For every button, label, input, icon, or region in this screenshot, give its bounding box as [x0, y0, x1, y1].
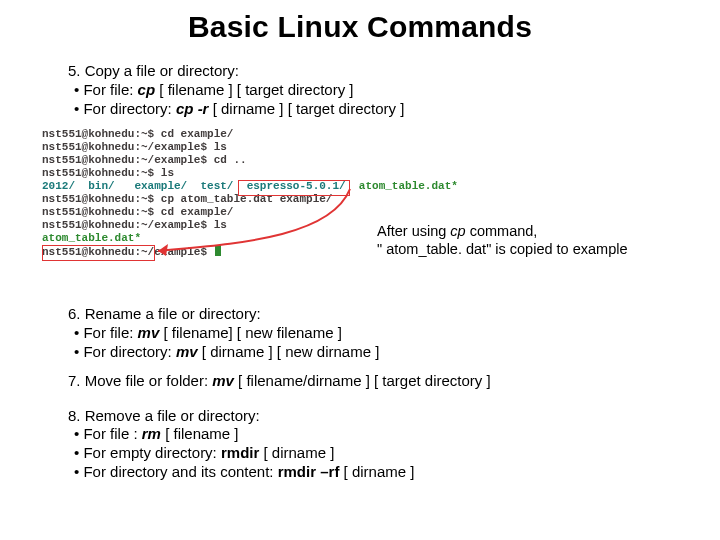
page-title: Basic Linux Commands — [50, 10, 670, 44]
term-file-highlight: atom_table.dat* — [359, 180, 458, 192]
term-line: nst551@kohnedu:~/example$ ls — [42, 141, 227, 153]
sec6-head: 6. Rename a file or directory: — [68, 305, 670, 324]
cmd-cp: cp — [138, 81, 156, 98]
sec6-bullet-2: For directory: mv [ dirname ] [ new dirn… — [74, 343, 670, 362]
term-line: nst551@kohnedu:~$ ls — [42, 167, 174, 179]
text: [ dirname ] — [259, 444, 334, 461]
text: [ dirname ] [ target directory ] — [208, 100, 404, 117]
sec8-head: 8. Remove a file or directory: — [68, 407, 670, 426]
term-line: nst551@kohnedu:~/example$ ls — [42, 219, 227, 231]
section-8: 8. Remove a file or directory: For file … — [68, 407, 670, 482]
text: For file : — [83, 425, 141, 442]
annot-cmd: cp — [450, 223, 465, 239]
term-line: nst551@kohnedu:~$ cd example/ — [42, 206, 233, 218]
cmd-cp-r: cp -r — [176, 100, 209, 117]
text: [ dirname ] — [339, 463, 414, 480]
sec6-bullet-1: For file: mv [ filename] [ new filename … — [74, 324, 670, 343]
text: 7. Move file or folder: — [68, 372, 212, 389]
text: For directory: — [83, 343, 176, 360]
annotation: After using cp command, " atom_table. da… — [377, 223, 628, 258]
sec8-bullet-1: For file : rm [ filename ] — [74, 425, 670, 444]
term-file-result: atom_table.dat* — [42, 232, 141, 244]
text: [ filename/dirname ] [ target directory … — [234, 372, 491, 389]
cmd-mv: mv — [212, 372, 234, 389]
text: For empty directory: — [83, 444, 221, 461]
cursor-icon — [215, 245, 221, 256]
annot-text: " atom_table. dat" is copied to example — [377, 241, 628, 257]
text: [ filename ] [ target directory ] — [155, 81, 353, 98]
term-line: nst551@kohnedu:~$ cd example/ — [42, 128, 233, 140]
section-6: 6. Rename a file or directory: For file:… — [68, 305, 670, 361]
highlight-box-source — [238, 180, 350, 196]
sec8-bullet-3: For directory and its content: rmdir –rf… — [74, 463, 670, 482]
text: For directory and its content: — [83, 463, 277, 480]
text: [ filename] [ new filename ] — [159, 324, 342, 341]
cmd-rmdir: rmdir — [221, 444, 259, 461]
sec5-head: 5. Copy a file or directory: — [68, 62, 670, 81]
text: For directory: — [83, 100, 176, 117]
terminal-screenshot: nst551@kohnedu:~$ cd example/ nst551@koh… — [42, 128, 670, 293]
lower-sections: 6. Rename a file or directory: For file:… — [68, 305, 670, 481]
sec5-bullet-2: For directory: cp -r [ dirname ] [ targe… — [74, 100, 670, 119]
cmd-mv: mv — [176, 343, 198, 360]
text: [ filename ] — [161, 425, 239, 442]
sec8-bullet-2: For empty directory: rmdir [ dirname ] — [74, 444, 670, 463]
cmd-rm: rm — [142, 425, 161, 442]
cmd-mv: mv — [138, 324, 160, 341]
text: For file: — [83, 324, 137, 341]
sec5-bullet-1: For file: cp [ filename ] [ target direc… — [74, 81, 670, 100]
slide: Basic Linux Commands 5. Copy a file or d… — [0, 0, 720, 540]
term-line: nst551@kohnedu:~/example$ cd .. — [42, 154, 247, 166]
annot-text: After using — [377, 223, 450, 239]
text: For file: — [83, 81, 137, 98]
section-5: 5. Copy a file or directory: For file: c… — [68, 62, 670, 118]
section-7: 7. Move file or folder: mv [ filename/di… — [68, 372, 670, 389]
annot-text: command, — [466, 223, 538, 239]
highlight-box-result — [42, 245, 155, 261]
text: [ dirname ] [ new dirname ] — [198, 343, 380, 360]
cmd-rmdir-rf: rmdir –rf — [278, 463, 340, 480]
